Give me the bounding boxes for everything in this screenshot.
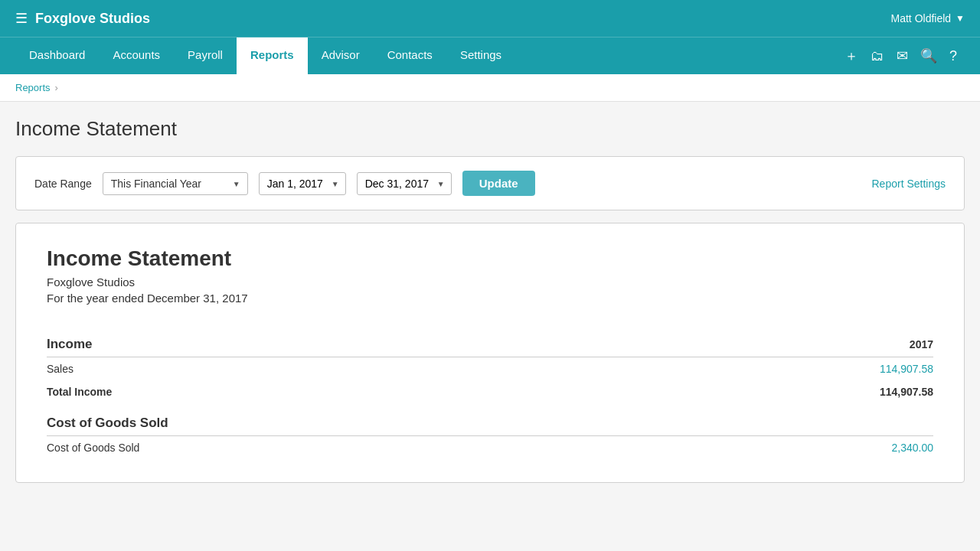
report-table: Income 2017 Sales 114,907.58 Total Incom… [47,328,933,459]
nav-reports[interactable]: Reports [237,37,308,74]
cogs-section-label: Cost of Goods Sold [47,403,662,436]
top-bar-left: ☰ Foxglove Studios [15,10,150,27]
cogs-label: Cost of Goods Sold [47,436,662,459]
help-icon[interactable]: ? [949,48,957,64]
start-date-select[interactable]: Jan 1, 2017 [260,173,345,194]
filter-bar: Date Range This Financial Year Last Fina… [15,156,965,210]
top-bar: ☰ Foxglove Studios Matt Oldfield ▼ [0,0,980,37]
cogs-amount[interactable]: 2,340.00 [662,436,933,459]
year-col-header: 2017 [662,328,933,357]
mail-icon[interactable]: ✉ [897,47,908,64]
report-company: Foxglove Studios [47,276,933,289]
nav-settings[interactable]: Settings [446,37,515,74]
nav-dashboard[interactable]: Dashboard [15,37,99,74]
nav-accounts[interactable]: Accounts [99,37,174,74]
page-content: Income Statement Date Range This Financi… [0,102,980,498]
nav-contacts[interactable]: Contacts [374,37,446,74]
user-menu-chevron-icon: ▼ [956,13,965,24]
nav-left: Dashboard Accounts Payroll Reports Advis… [15,37,515,74]
nav-bar: Dashboard Accounts Payroll Reports Advis… [0,37,980,74]
date-range-select[interactable]: This Financial Year Last Financial Year … [103,172,248,195]
update-button[interactable]: Update [462,171,535,196]
total-income-row: Total Income 114,907.58 [47,380,933,403]
total-income-label: Total Income [47,380,662,403]
breadcrumb-separator: › [55,82,58,93]
hamburger-icon[interactable]: ☰ [15,10,28,27]
app-logo: Foxglove Studios [35,11,150,27]
breadcrumb-reports-link[interactable]: Reports [15,82,51,93]
income-section-label: Income [47,328,662,357]
user-name: Matt Oldfield [891,12,952,24]
date-range-label: Date Range [34,178,92,190]
nav-advisor[interactable]: Advisor [308,37,374,74]
cogs-section-header: Cost of Goods Sold [47,403,933,436]
report-settings-link[interactable]: Report Settings [872,178,946,190]
page-title: Income Statement [15,117,965,141]
search-icon[interactable]: 🔍 [920,47,937,64]
sales-label: Sales [47,357,662,380]
income-section-header: Income 2017 [47,328,933,357]
report-period: For the year ended December 31, 2017 [47,292,933,305]
folder-icon[interactable]: 🗂 [871,48,884,64]
nav-right: ＋ 🗂 ✉ 🔍 ? [844,37,965,74]
date-range-select-wrapper[interactable]: This Financial Year Last Financial Year … [103,172,248,195]
add-icon[interactable]: ＋ [844,47,858,65]
sales-amount[interactable]: 114,907.58 [662,357,933,380]
breadcrumb: Reports › [0,74,980,102]
table-row: Cost of Goods Sold 2,340.00 [47,436,933,459]
table-row: Sales 114,907.58 [47,357,933,380]
end-date-wrapper[interactable]: Dec 31, 2017 [357,172,452,195]
nav-payroll[interactable]: Payroll [174,37,237,74]
end-date-select[interactable]: Dec 31, 2017 [358,173,451,194]
total-income-amount: 114,907.58 [662,380,933,403]
user-menu[interactable]: Matt Oldfield ▼ [891,12,965,24]
report-card-title: Income Statement [47,246,933,271]
report-card: Income Statement Foxglove Studios For th… [15,223,965,483]
start-date-wrapper[interactable]: Jan 1, 2017 [259,172,346,195]
